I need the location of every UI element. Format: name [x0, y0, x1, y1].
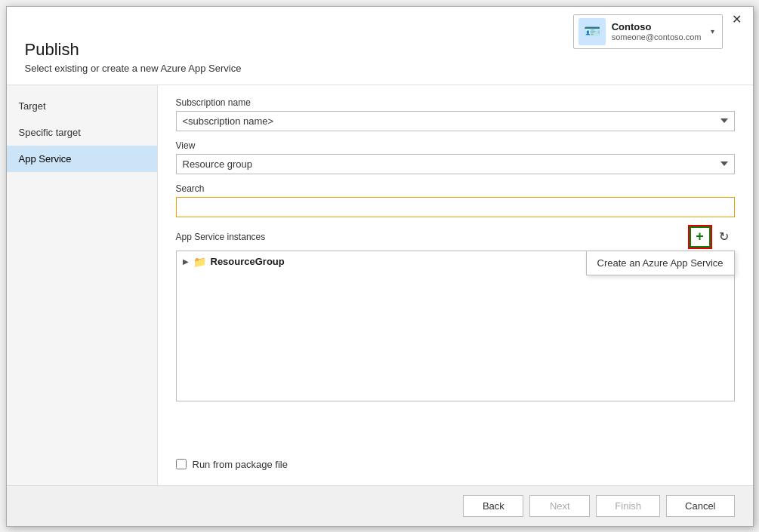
- user-info: Contoso someone@contoso.com: [612, 21, 702, 42]
- refresh-icon: ↻: [719, 229, 729, 244]
- subscription-field-group: Subscription name <subscription name>: [176, 97, 735, 131]
- refresh-button[interactable]: ↻: [714, 226, 735, 248]
- back-button[interactable]: Back: [463, 495, 523, 517]
- sidebar-item-specific-target[interactable]: Specific target: [7, 119, 157, 146]
- add-instance-button[interactable]: +: [690, 226, 711, 248]
- plus-icon: +: [696, 229, 704, 244]
- user-account-badge[interactable]: 🪪 Contoso someone@contoso.com ▾: [573, 14, 723, 49]
- expand-arrow-icon: ▶: [183, 257, 189, 266]
- checkbox-row: Run from package file: [176, 456, 735, 473]
- title-bar: 🪪 Contoso someone@contoso.com ▾ ✕: [7, 7, 753, 32]
- folder-icon: 📁: [193, 256, 206, 268]
- finish-button[interactable]: Finish: [596, 495, 660, 517]
- close-button[interactable]: ✕: [729, 11, 745, 28]
- search-input[interactable]: [176, 197, 735, 217]
- create-app-service-tooltip: Create an Azure App Service: [586, 251, 735, 275]
- publish-dialog: 🪪 Contoso someone@contoso.com ▾ ✕ Publis…: [6, 6, 754, 527]
- sidebar: Target Specific target App Service: [7, 85, 158, 485]
- cancel-button[interactable]: Cancel: [666, 495, 734, 517]
- view-field-group: View Resource groupSubscription: [176, 140, 735, 174]
- sidebar-item-app-service[interactable]: App Service: [7, 146, 157, 172]
- run-from-package-label: Run from package file: [193, 459, 288, 470]
- view-select[interactable]: Resource groupSubscription: [176, 154, 735, 174]
- avatar-icon: 🪪: [584, 23, 600, 40]
- dialog-subtitle: Select existing or create a new Azure Ap…: [25, 63, 735, 74]
- user-chevron-icon: ▾: [711, 27, 714, 35]
- subscription-select[interactable]: <subscription name>: [176, 111, 735, 131]
- dialog-content: Target Specific target App Service Subsc…: [7, 85, 753, 485]
- instances-actions: + ↻ Create an Azure App Service: [690, 226, 735, 248]
- instances-label: App Service instances: [176, 232, 266, 242]
- view-label: View: [176, 140, 735, 151]
- dialog-footer: Back Next Finish Cancel: [7, 485, 753, 526]
- run-from-package-checkbox[interactable]: [176, 459, 187, 469]
- instances-section: App Service instances + ↻ Create an Azur…: [176, 226, 735, 447]
- search-field-group: Search: [176, 183, 735, 217]
- instances-header: App Service instances + ↻ Create an Azur…: [176, 226, 735, 248]
- user-avatar: 🪪: [579, 18, 606, 45]
- user-email: someone@contoso.com: [612, 32, 702, 42]
- subscription-label: Subscription name: [176, 97, 735, 108]
- main-content: Subscription name <subscription name> Vi…: [158, 85, 753, 485]
- user-name: Contoso: [612, 21, 702, 32]
- search-label: Search: [176, 183, 735, 194]
- next-button[interactable]: Next: [529, 495, 590, 517]
- sidebar-item-target[interactable]: Target: [7, 93, 157, 119]
- instance-name: ResourceGroup: [211, 256, 285, 267]
